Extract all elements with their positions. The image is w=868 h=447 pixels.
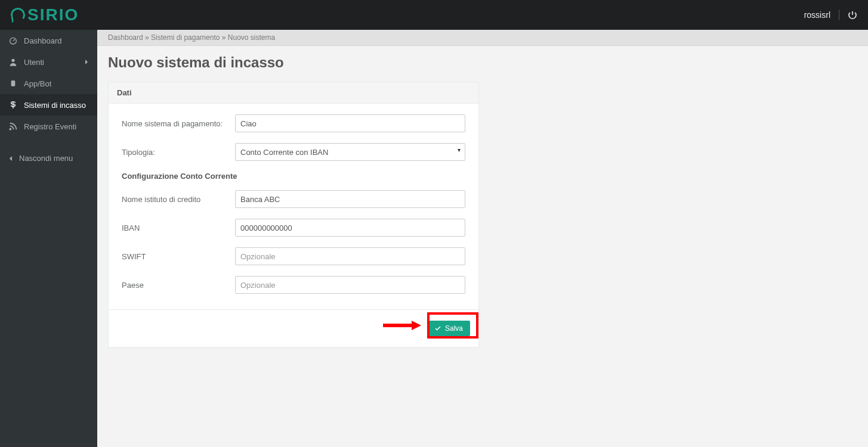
label-type: Tipologia: — [122, 148, 235, 157]
divider — [839, 10, 839, 20]
topbar-right: rossisrl — [804, 10, 857, 20]
form-card: Dati Nome sistema di pagamento: Tipologi… — [108, 82, 479, 347]
rss-icon — [8, 122, 18, 131]
power-icon[interactable] — [848, 10, 857, 20]
annotation-arrow — [383, 321, 421, 330]
username-label[interactable]: rossisrl — [804, 10, 830, 20]
row-bank: Nome istituto di credito — [122, 190, 465, 208]
save-button-label: Salva — [445, 324, 463, 333]
svg-point-1 — [11, 59, 14, 62]
user-icon — [8, 57, 18, 67]
row-type: Tipologia: Conto Corrente con IBAN — [122, 143, 465, 161]
row-name: Nome sistema di pagamento: — [122, 114, 465, 132]
chevron-left-icon — [8, 156, 13, 162]
section-label: Configurazione Conto Corrente — [122, 172, 465, 181]
select-type[interactable]: Conto Corrente con IBAN — [235, 143, 465, 161]
row-iban: IBAN — [122, 219, 465, 237]
breadcrumb-sistemi[interactable]: Sistemi di pagamento — [151, 33, 220, 42]
input-name[interactable] — [235, 114, 465, 132]
label-bank: Nome istituto di credito — [122, 195, 235, 204]
sidebar-hide-menu[interactable]: Nascondi menu — [0, 148, 97, 169]
row-swift: SWIFT — [122, 247, 465, 265]
sidebar: Dashboard Utenti App/Bot Sistemi di inca… — [0, 30, 97, 447]
sidebar-item-appbot[interactable]: App/Bot — [0, 73, 97, 94]
sidebar-item-label: Dashboard — [24, 36, 62, 45]
input-country[interactable] — [235, 276, 465, 294]
card-header: Dati — [109, 82, 478, 104]
svg-point-4 — [10, 129, 11, 130]
svg-rect-2 — [11, 80, 16, 86]
breadcrumb-sep: » — [222, 33, 228, 42]
breadcrumb: Dashboard » Sistemi di pagamento » Nuovo… — [97, 30, 868, 46]
sidebar-hide-label: Nascondi menu — [19, 154, 73, 163]
sidebar-item-sistemi[interactable]: Sistemi di incasso — [0, 94, 97, 116]
input-swift[interactable] — [235, 247, 465, 265]
content: Dashboard » Sistemi di pagamento » Nuovo… — [97, 30, 868, 447]
logo-icon — [10, 7, 26, 23]
breadcrumb-current: Nuovo sistema — [228, 33, 275, 42]
card-footer: Salva — [109, 309, 478, 347]
sidebar-item-label: App/Bot — [24, 79, 51, 88]
label-swift: SWIFT — [122, 252, 235, 261]
dollar-icon — [8, 100, 18, 110]
sidebar-item-dashboard[interactable]: Dashboard — [0, 30, 97, 51]
appbot-icon — [8, 79, 18, 88]
logo[interactable]: SIRIO — [11, 5, 79, 24]
page-title: Nuovo sistema di incasso — [97, 46, 868, 77]
label-iban: IBAN — [122, 224, 235, 232]
sidebar-item-label: Utenti — [24, 58, 44, 67]
sidebar-item-utenti[interactable]: Utenti — [0, 51, 97, 73]
topbar: SIRIO rossisrl — [0, 0, 868, 30]
sidebar-item-registro[interactable]: Registro Eventi — [0, 116, 97, 137]
dashboard-icon — [8, 36, 18, 45]
label-name: Nome sistema di pagamento: — [122, 119, 235, 128]
input-bank[interactable] — [235, 190, 465, 208]
row-country: Paese — [122, 276, 465, 294]
breadcrumb-sep: » — [145, 33, 151, 42]
label-country: Paese — [122, 281, 235, 290]
sidebar-item-label: Sistemi di incasso — [24, 101, 86, 110]
sidebar-item-label: Registro Eventi — [24, 122, 76, 131]
breadcrumb-dashboard[interactable]: Dashboard — [108, 33, 143, 42]
check-icon — [434, 325, 441, 332]
chevron-right-icon — [84, 59, 89, 65]
input-iban[interactable] — [235, 219, 465, 237]
save-button[interactable]: Salva — [427, 321, 470, 336]
card-body: Nome sistema di pagamento: Tipologia: Co… — [109, 104, 478, 309]
logo-text: SIRIO — [27, 5, 79, 24]
